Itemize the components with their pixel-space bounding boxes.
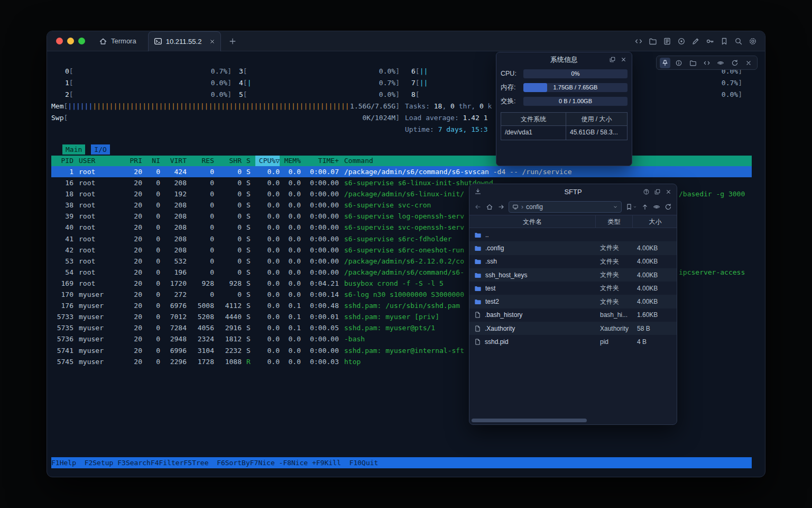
home-icon: [99, 37, 107, 46]
path-breadcrumb[interactable]: › config: [509, 201, 622, 213]
shr-cell: 928: [214, 278, 242, 289]
file-name-cell: .config: [469, 244, 596, 252]
ni-cell: 0: [142, 211, 160, 222]
forward-button[interactable]: [497, 203, 505, 211]
file-size-cell: 4.00KB: [633, 298, 677, 305]
scrollbar-thumb[interactable]: [472, 419, 587, 422]
file-row[interactable]: sshd.pidpid4 B: [469, 335, 677, 348]
pri-cell: 20: [126, 233, 142, 244]
sftp-refresh-button[interactable]: [664, 203, 672, 211]
parent-directory-button[interactable]: [641, 203, 649, 211]
ni-cell: 0: [142, 267, 160, 278]
sftp-column-header[interactable]: 大小: [633, 215, 677, 228]
sftp-close-button[interactable]: [665, 188, 672, 195]
column-header-user[interactable]: USER: [73, 156, 126, 166]
bookmark-button[interactable]: [720, 37, 728, 46]
close-panel-button[interactable]: [620, 56, 627, 63]
column-header-mem[interactable]: MEM%: [280, 156, 301, 166]
file-row[interactable]: ..: [469, 228, 677, 241]
key-icon: [706, 37, 714, 46]
column-header-s[interactable]: S: [242, 156, 255, 166]
search-button[interactable]: [734, 37, 743, 46]
log-button[interactable]: [663, 37, 671, 46]
zoom-window-button[interactable]: [78, 38, 85, 44]
settings-button[interactable]: [749, 37, 757, 46]
column-header-virt[interactable]: VIRT: [160, 156, 187, 166]
pin-button[interactable]: [660, 58, 670, 68]
file-row[interactable]: test2文件夹4.00KB: [469, 295, 677, 308]
sftp-home-button[interactable]: [485, 203, 494, 211]
fkey-f10[interactable]: F10Quit: [349, 457, 386, 468]
fkey-f3[interactable]: F3Search: [117, 457, 151, 468]
column-header-shr[interactable]: SHR: [214, 156, 242, 166]
column-header-time[interactable]: TIME+: [301, 156, 339, 166]
folder-button[interactable]: [649, 37, 657, 46]
edit-button[interactable]: [691, 37, 700, 46]
system-info-titlebar: 系统信息: [496, 52, 632, 67]
virt-cell: 272: [160, 289, 187, 300]
file-row[interactable]: .XauthorityXauthority58 B: [469, 322, 677, 335]
code-button[interactable]: [634, 37, 643, 46]
column-header-res[interactable]: RES: [187, 156, 214, 166]
fkey-f8[interactable]: F8Nice +: [283, 457, 316, 468]
bookmarks-button[interactable]: [625, 203, 638, 211]
close-window-button[interactable]: [56, 38, 63, 44]
detach-panel-button[interactable]: [609, 56, 616, 63]
column-header-pri[interactable]: PRI: [126, 156, 142, 166]
file-row[interactable]: .ssh文件夹4.00KB: [469, 255, 677, 268]
monitor-button[interactable]: [715, 58, 726, 68]
file-row[interactable]: ssh_host_keys文件夹4.00KB: [469, 268, 677, 282]
column-header-cpu[interactable]: CPU%▽: [255, 156, 280, 166]
res-cell: 0: [187, 256, 214, 267]
info-button[interactable]: [673, 58, 684, 68]
fs-table-row[interactable]: /dev/vda145.61GB / 58.3...: [501, 126, 627, 140]
new-tab-button[interactable]: [228, 37, 237, 46]
refresh-button[interactable]: [730, 58, 740, 68]
show-hidden-button[interactable]: [652, 203, 661, 211]
shr-cell: 1088: [214, 356, 242, 367]
files-button[interactable]: [688, 58, 698, 68]
file-icon: [474, 338, 481, 346]
column-header-ni[interactable]: NI: [142, 156, 160, 166]
cpu-cell: 0.0: [255, 233, 280, 244]
cpu-cell: 0.0: [255, 166, 280, 177]
time-cell: 0:00.00: [301, 222, 339, 233]
back-button[interactable]: [474, 203, 482, 211]
record-button[interactable]: [677, 37, 686, 46]
close-quickbar-button[interactable]: [743, 58, 754, 68]
sftp-column-header[interactable]: 文件名: [469, 215, 596, 228]
time-cell: 0:00.14: [301, 289, 339, 300]
snippets-button[interactable]: [702, 58, 712, 68]
file-name: .config: [485, 244, 504, 252]
virt-cell: 208: [160, 244, 187, 256]
system-info-panel: 系统信息 CPU:0%内存:1.75GB / 7.65GB交换:0 B / 1.…: [496, 52, 632, 166]
htop-tab-io[interactable]: I/O: [91, 144, 109, 155]
file-row[interactable]: .config文件夹4.00KB: [469, 241, 677, 255]
file-row[interactable]: test文件夹4.00KB: [469, 282, 677, 295]
process-row[interactable]: 1root20042400S0.00.00:00.07/package/admi…: [51, 166, 752, 177]
sysinfo-meter-row: 内存:1.75GB / 7.65GB: [496, 80, 632, 94]
sftp-help-button[interactable]: [643, 188, 650, 195]
file-row[interactable]: .bash_historybash_hi...1.60KB: [469, 309, 677, 322]
fkey-f4[interactable]: F4Filter: [151, 457, 184, 468]
close-icon: [620, 56, 627, 63]
sftp-column-header[interactable]: 类型: [596, 215, 633, 228]
fkey-f7[interactable]: F7Nice -: [250, 457, 283, 468]
fkey-f5[interactable]: F5Tree: [184, 457, 217, 468]
fkey-f1[interactable]: F1Help: [51, 457, 85, 468]
minimize-window-button[interactable]: [67, 38, 74, 44]
mem-cell: 0.0: [280, 244, 301, 256]
fkey-f2[interactable]: F2Setup: [85, 457, 118, 468]
htop-tab-main[interactable]: Main: [62, 144, 85, 155]
fkey-f6[interactable]: F6SortBy: [217, 457, 250, 468]
tab-close-icon[interactable]: [209, 39, 215, 44]
tab-session[interactable]: 10.211.55.2: [148, 31, 221, 51]
fkey-f9[interactable]: F9Kill: [316, 457, 349, 468]
sftp-detach-button[interactable]: [654, 188, 661, 195]
time-cell: 0:00.00: [301, 233, 339, 244]
horizontal-scrollbar[interactable]: [470, 419, 676, 423]
pri-cell: 20: [126, 188, 142, 199]
column-header-pid[interactable]: PID: [51, 156, 73, 166]
key-button[interactable]: [706, 37, 714, 46]
tab-home[interactable]: Termora: [94, 31, 142, 51]
